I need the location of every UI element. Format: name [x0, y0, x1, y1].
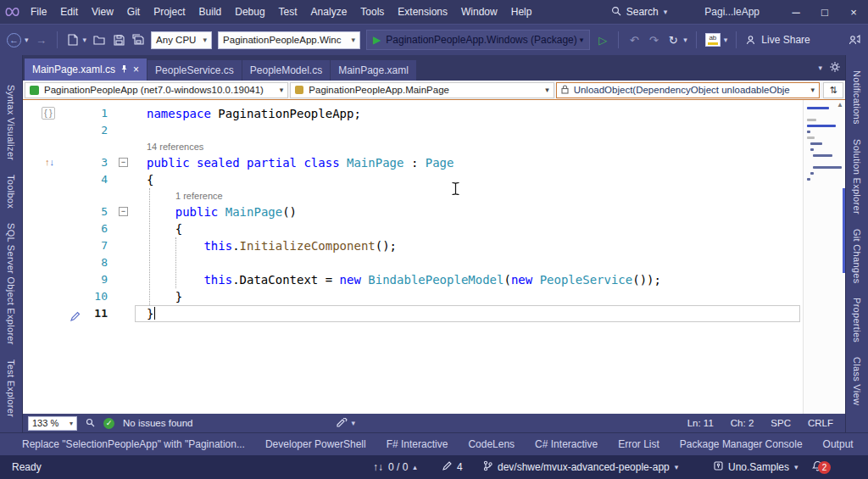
- zoom-dropdown[interactable]: 133 %▾: [28, 416, 77, 431]
- split-editor-button[interactable]: ⇅: [823, 82, 843, 98]
- column-indicator[interactable]: Ch: 2: [731, 418, 754, 428]
- redo-button[interactable]: ↷: [647, 31, 660, 48]
- doc-tab-mainpage-xaml-cs[interactable]: MainPage.xaml.cs×: [25, 58, 147, 81]
- scrollbar-up-icon[interactable]: ▲: [837, 101, 843, 109]
- code-line-1[interactable]: { }1namespace PaginationPeopleApp;: [23, 105, 803, 122]
- doc-tab-peoplemodel-cs[interactable]: PeopleModel.cs: [242, 60, 330, 81]
- right-tab-solution-explorer[interactable]: Solution Explorer: [852, 139, 862, 214]
- run-button[interactable]: ▶ PaginationPeopleApp.Windows (Package) …: [366, 30, 590, 50]
- left-tab-syntax-visualizer[interactable]: Syntax Visualizer: [6, 85, 16, 160]
- menu-file[interactable]: File: [24, 0, 53, 24]
- minimap-scroll-thumb[interactable]: [843, 188, 845, 273]
- doc-tab-mainpage-xaml[interactable]: MainPage.xaml: [331, 60, 416, 81]
- code-line-10[interactable]: 10 }: [23, 288, 803, 305]
- left-tab-sql-server-object-explorer[interactable]: SQL Server Object Explorer: [6, 223, 16, 345]
- inheritance-glyph-icon[interactable]: ↑↓: [45, 156, 54, 168]
- doc-tab-peopleservice-cs[interactable]: PeopleService.cs: [147, 60, 242, 81]
- sync-commits-button[interactable]: ↑↓ 0 / 0 ▴: [373, 455, 417, 479]
- tab-list-caret-icon[interactable]: ▾: [818, 64, 822, 72]
- code-line-3[interactable]: ↑↓3−public sealed partial class MainPage…: [23, 154, 803, 171]
- line-indicator[interactable]: Ln: 11: [687, 418, 714, 428]
- new-file-caret-icon[interactable]: ▾: [83, 36, 87, 44]
- menu-test[interactable]: Test: [272, 0, 304, 24]
- type-dropdown[interactable]: PaginationPeopleApp.MainPage ▾: [290, 82, 554, 98]
- codelens-indicator[interactable]: 14 references: [23, 139, 803, 154]
- undo-button[interactable]: ↶: [627, 31, 641, 48]
- git-repository-button[interactable]: Uno.Samples ▾: [714, 455, 798, 479]
- code-line-8[interactable]: 8: [23, 254, 803, 271]
- back-caret-icon[interactable]: ▾: [25, 36, 29, 44]
- bottom-tab-error-list[interactable]: Error List: [618, 438, 659, 450]
- refresh-caret-icon[interactable]: ▾: [683, 36, 687, 44]
- left-tab-test-explorer[interactable]: Test Explorer: [6, 359, 16, 417]
- code-line-5[interactable]: 5− public MainPage(): [23, 203, 803, 220]
- navigate-back-button[interactable]: ←: [7, 33, 21, 47]
- navigate-forward-button[interactable]: →: [35, 31, 48, 48]
- codelens-indicator[interactable]: 1 reference: [23, 188, 803, 203]
- menu-project[interactable]: Project: [147, 0, 192, 24]
- menu-view[interactable]: View: [85, 0, 120, 24]
- menu-help[interactable]: Help: [504, 0, 539, 24]
- code-cleanup-quick-button[interactable]: ▾: [337, 418, 355, 428]
- new-file-button[interactable]: [66, 31, 80, 48]
- pin-icon[interactable]: [120, 64, 128, 75]
- symbol-lookup-icon[interactable]: [86, 418, 95, 429]
- minimize-button[interactable]: ─: [782, 0, 810, 24]
- menu-analyze[interactable]: Analyze: [304, 0, 354, 24]
- solution-platform-dropdown[interactable]: Any CPU▾: [151, 31, 212, 49]
- menu-extensions[interactable]: Extensions: [391, 0, 454, 24]
- bottom-tab-f-interactive[interactable]: F# Interactive: [387, 438, 448, 450]
- close-tab-icon[interactable]: ×: [133, 64, 139, 75]
- code-line-9[interactable]: 9 this.DataContext = new BindablePeopleM…: [23, 271, 803, 288]
- right-tab-class-view[interactable]: Class View: [852, 357, 862, 405]
- refresh-button[interactable]: ↻: [666, 31, 680, 48]
- code-cleanup-caret-icon[interactable]: ▾: [724, 36, 728, 44]
- fold-collapse-box[interactable]: −: [119, 207, 128, 216]
- bottom-tab-package-manager-console[interactable]: Package Manager Console: [680, 438, 803, 450]
- code-line-11[interactable]: 11}: [23, 305, 803, 322]
- code-editor[interactable]: { }1namespace PaginationPeopleApp;214 re…: [23, 100, 845, 414]
- notifications-bell-button[interactable]: 2: [812, 455, 823, 479]
- save-button[interactable]: [112, 31, 125, 48]
- bottom-tab-codelens[interactable]: CodeLens: [468, 438, 515, 450]
- open-file-button[interactable]: [92, 31, 106, 48]
- fold-collapse-box[interactable]: −: [119, 158, 128, 167]
- right-tab-git-changes[interactable]: Git Changes: [852, 229, 862, 283]
- health-status[interactable]: No issues found: [123, 418, 192, 428]
- git-branch-button[interactable]: dev/shwe/mvux-advanced-people-app ▾: [483, 455, 678, 479]
- spaces-indicator[interactable]: SPC: [771, 418, 791, 428]
- code-line-2[interactable]: 2: [23, 122, 803, 139]
- maximize-button[interactable]: □: [810, 0, 839, 24]
- code-area[interactable]: { }1namespace PaginationPeopleApp;214 re…: [23, 100, 803, 414]
- bottom-tab-developer-powershell[interactable]: Developer PowerShell: [265, 438, 366, 450]
- send-feedback-button[interactable]: [848, 31, 861, 48]
- quick-actions-pen-icon[interactable]: [70, 309, 81, 326]
- left-tab-toolbox[interactable]: Toolbox: [6, 175, 16, 209]
- bottom-tab-replace-selectionpeopleapp-with-paginati[interactable]: Replace "SelectionPeopleApp" with "Pagin…: [22, 438, 245, 450]
- search-control[interactable]: Search ▾: [603, 3, 676, 21]
- settings-gear-icon[interactable]: [830, 60, 840, 75]
- right-tab-properties[interactable]: Properties: [852, 298, 862, 343]
- menu-build[interactable]: Build: [192, 0, 229, 24]
- save-all-button[interactable]: [131, 31, 145, 48]
- code-cleanup-button[interactable]: ab: [705, 33, 721, 47]
- live-share-button[interactable]: Live Share: [745, 34, 810, 46]
- startup-project-dropdown[interactable]: PaginationPeopleApp.Winc▾: [218, 31, 360, 49]
- bottom-tab-output[interactable]: Output: [823, 438, 854, 450]
- member-dropdown[interactable]: UnloadObject(DependencyObject unloadable…: [556, 82, 820, 98]
- minimap[interactable]: ▲: [803, 100, 845, 414]
- pending-edits-indicator[interactable]: 4: [442, 455, 463, 479]
- menu-window[interactable]: Window: [454, 0, 504, 24]
- code-line-6[interactable]: 6 {: [23, 220, 803, 237]
- bottom-tab-c-interactive[interactable]: C# Interactive: [535, 438, 598, 450]
- line-ending-indicator[interactable]: CRLF: [808, 418, 833, 428]
- right-tab-notifications[interactable]: Notifications: [852, 70, 862, 125]
- code-line-7[interactable]: 7 this.InitializeComponent();: [23, 237, 803, 254]
- code-line-4[interactable]: 4{: [23, 171, 803, 188]
- project-dropdown[interactable]: PaginationPeopleApp (net7.0-windows10.0.…: [25, 82, 288, 98]
- menu-tools[interactable]: Tools: [353, 0, 391, 24]
- close-button[interactable]: ×: [839, 0, 868, 24]
- menu-git[interactable]: Git: [120, 0, 147, 24]
- menu-debug[interactable]: Debug: [228, 0, 271, 24]
- start-without-debugging-button[interactable]: ▷: [596, 31, 609, 48]
